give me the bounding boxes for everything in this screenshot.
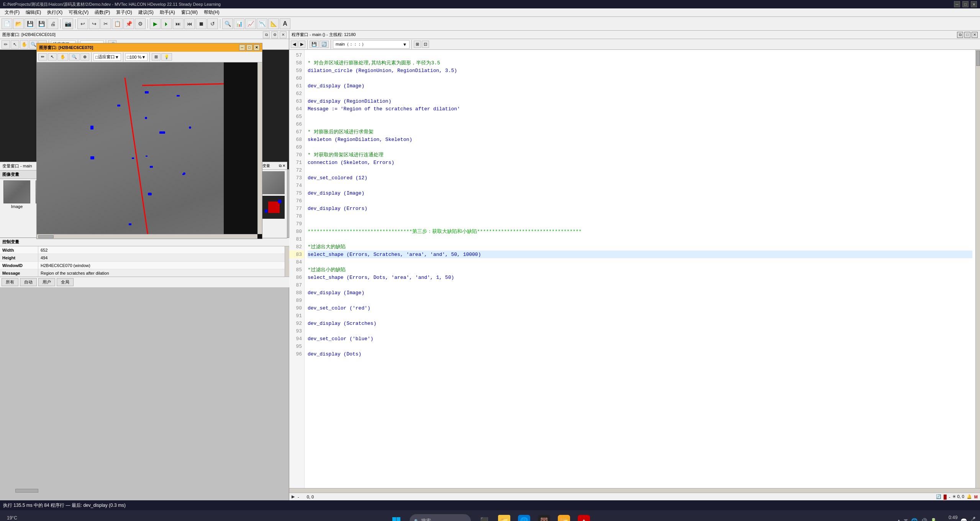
taskbar-search-btn[interactable]: 🔍 搜索 [406, 512, 474, 521]
fw-zoom-icon[interactable]: 🔍 [69, 53, 80, 61]
volume-icon[interactable]: 🔊 [921, 518, 927, 521]
save-as-btn[interactable]: 💾 [36, 18, 47, 29]
code-area[interactable]: * 对合并区域进行膨胀处理,其结构元素为圆形，半径为3.5 dilation_c… [305, 50, 975, 488]
taskbar-taskview-btn[interactable]: ⬛ [475, 512, 494, 521]
step-over-btn[interactable]: ⏮ [184, 18, 195, 29]
program-hscroll-thumb[interactable] [15, 489, 38, 493]
zoom-in-btn[interactable]: 🔍 [222, 18, 233, 29]
stop-btn[interactable]: ⏹ [196, 18, 206, 29]
minimize-btn[interactable]: ─ [954, 1, 960, 7]
paste-btn[interactable]: 📌 [123, 18, 134, 29]
menu-window[interactable]: 窗口(W) [178, 8, 201, 16]
gw-float-btn[interactable]: ⧉ [263, 31, 270, 38]
new-btn[interactable]: 📄 [2, 18, 12, 29]
redo-btn[interactable]: ↪ [89, 18, 100, 29]
prog-nav-back[interactable]: ◀ [291, 41, 298, 48]
menu-operators[interactable]: 算子(O) [113, 8, 135, 16]
run-btn[interactable]: ▶ [150, 18, 161, 29]
prog-reload-btn[interactable]: 🔄 [320, 41, 329, 48]
menu-edit[interactable]: 编辑(E) [23, 8, 44, 16]
taskbar-edge-btn[interactable]: 🌐 [515, 512, 534, 521]
fw-hand-btn[interactable]: ✋ [57, 53, 68, 61]
cv-scrollbar[interactable] [285, 246, 289, 277]
network-icon[interactable]: 🌐 [911, 518, 918, 521]
close-btn[interactable]: ✕ [971, 1, 977, 7]
language-indicator[interactable]: 英 [904, 518, 908, 521]
fw-layers-btn[interactable]: ⊞ [152, 53, 161, 61]
sv-thumb-1[interactable] [262, 171, 285, 194]
run-prog-btn[interactable]: ⏵ [161, 18, 172, 29]
gw-gear-btn[interactable]: ⚙ [271, 31, 278, 38]
menu-functions[interactable]: 函数(P) [92, 8, 113, 16]
print-btn[interactable]: 🖨 [48, 18, 58, 29]
program-vscroll[interactable] [975, 50, 980, 488]
gw-pencil-btn[interactable]: ✏ [2, 40, 10, 49]
prog-float-btn[interactable]: ⧉ [957, 32, 963, 38]
menu-assistant[interactable]: 助手(A) [157, 8, 178, 16]
profile-btn[interactable]: 📉 [257, 18, 267, 29]
prog-save-btn[interactable]: 💾 [310, 41, 319, 48]
sv-thumb-2[interactable] [262, 196, 285, 219]
font-btn[interactable]: A [280, 18, 290, 29]
floating-gw-min[interactable]: ─ [239, 44, 245, 51]
prog-extra-btn1[interactable]: ⊞ [414, 41, 421, 48]
prog-close-btn[interactable]: ✕ [972, 32, 978, 38]
fw-pencil-btn[interactable]: ✏ [38, 53, 47, 61]
search-box[interactable]: 🔍 搜索 [410, 514, 471, 521]
maximize-btn[interactable]: □ [962, 1, 969, 7]
mic-container[interactable]: 🎤 Mic [970, 517, 976, 521]
hist-btn[interactable]: 📈 [245, 18, 256, 29]
taskbar-explorer-btn[interactable]: 📁 [495, 512, 514, 521]
fw-pointer-btn[interactable]: ↖ [48, 53, 57, 61]
reset-btn[interactable]: ↺ [207, 18, 218, 29]
gw-hand-btn[interactable]: ✋ [20, 40, 28, 49]
clock[interactable]: 0:49 2023/4/4 [940, 514, 958, 521]
fw-adapt-dropdown[interactable]: □适应窗口▼ [93, 53, 121, 61]
var-image-1[interactable]: Image [2, 180, 32, 209]
floating-gw-close[interactable]: ✕ [254, 44, 260, 51]
notification-icon[interactable]: 💬 [960, 518, 967, 521]
tray-expand-icon[interactable]: ∧ [897, 518, 901, 521]
menu-help[interactable]: 帮助(H) [201, 8, 223, 16]
fw-zoom-dropdown[interactable]: □100 %▼ [125, 53, 148, 61]
menu-file[interactable]: 文件(F) [2, 8, 23, 16]
menu-suggest[interactable]: 建议(S) [135, 8, 157, 16]
cut-btn[interactable]: ✂ [100, 18, 111, 29]
taskbar-folder-btn[interactable]: 📂 [554, 512, 574, 521]
menu-visualize[interactable]: 可视化(V) [66, 8, 92, 16]
undo-btn[interactable]: ↩ [77, 18, 88, 29]
program-hscroll[interactable] [289, 488, 980, 493]
floating-gw-titlebar[interactable]: 图形窗口: [H2B4EC6CE070] ─ □ ✕ [37, 43, 262, 52]
open-btn[interactable]: 📂 [13, 18, 24, 29]
gw-close-btn[interactable]: ✕ [280, 31, 287, 38]
battery-icon[interactable]: 🔋 [930, 518, 937, 521]
fw-zoomin-btn[interactable]: ⊕ [80, 53, 89, 61]
prog-max-btn[interactable]: □ [964, 32, 970, 38]
gw-vscroll[interactable] [257, 62, 262, 234]
gw-hscroll[interactable] [37, 234, 257, 239]
menu-run[interactable]: 执行(X) [44, 8, 66, 16]
sv-float[interactable]: ⧉ [279, 164, 282, 168]
taskbar-app1-btn[interactable]: 🐻 [534, 512, 554, 521]
save-btn[interactable]: 💾 [25, 18, 35, 29]
gw-pointer-btn[interactable]: ↖ [11, 40, 19, 49]
program-vscroll-thumb[interactable] [976, 51, 980, 66]
run-to-cursor-btn[interactable]: ⏭ [173, 18, 184, 29]
measure-btn[interactable]: 📐 [268, 18, 279, 29]
taskbar-app2-btn[interactable]: ♦ [574, 512, 593, 521]
cv-filter-auto[interactable]: 自动 [20, 278, 37, 286]
cam-btn[interactable]: 📷 [62, 18, 73, 29]
copy-btn[interactable]: 📋 [112, 18, 123, 29]
cv-filter-all[interactable]: 所有 [2, 278, 18, 286]
prog-procedure-select[interactable]: main（：：：） ▼ [333, 40, 410, 49]
taskbar-start-btn[interactable] [387, 512, 406, 521]
cv-filter-global[interactable]: 全局 [57, 278, 74, 286]
sv-close[interactable]: ✕ [282, 164, 285, 168]
prog-extra-btn2[interactable]: ⊡ [422, 41, 429, 48]
chart-btn[interactable]: 📊 [234, 18, 244, 29]
fw-bulb-btn[interactable]: 💡 [161, 53, 172, 61]
prog-nav-fwd[interactable]: ▶ [298, 41, 305, 48]
proc-btn[interactable]: ⚙ [135, 18, 146, 29]
cv-filter-user[interactable]: 用户 [38, 278, 55, 286]
taskbar-weather[interactable]: 19°C 阴 [4, 515, 20, 521]
